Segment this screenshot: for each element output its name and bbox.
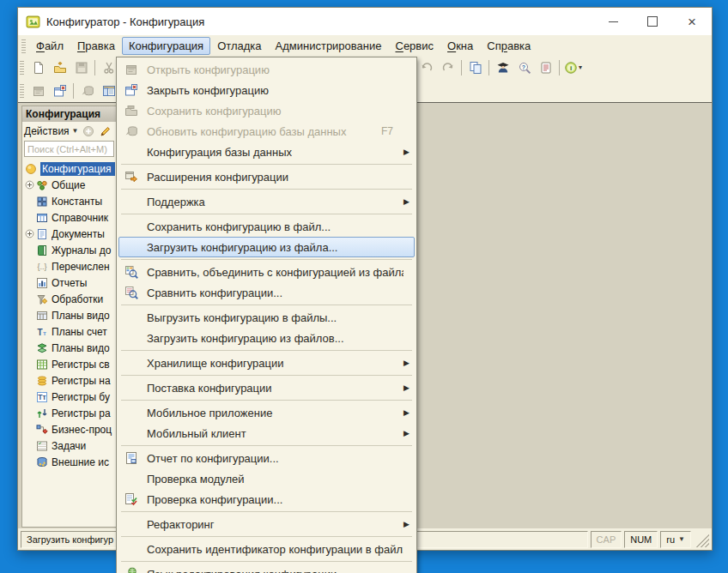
tree-item-14[interactable]: Регистры на xyxy=(22,372,116,389)
resize-grip[interactable] xyxy=(694,532,709,547)
report-icon xyxy=(121,450,142,466)
tree-item-15[interactable]: TтРегистры бу xyxy=(22,389,116,405)
toolbar-gripper[interactable] xyxy=(20,61,24,75)
expander-spacer xyxy=(25,245,36,255)
toolbar-separator xyxy=(461,60,462,75)
syntax-check-button[interactable] xyxy=(492,57,513,77)
menu-item-label: Сохранить конфигурацию xyxy=(142,105,403,118)
close-config-button[interactable] xyxy=(49,81,70,100)
menu-item-35[interactable]: ABCЯзык редактирования конфигурации... xyxy=(118,564,415,573)
tree-item-label: Регистры бу xyxy=(52,391,116,403)
syntax-help-button[interactable] xyxy=(535,57,556,77)
menubar-item-7[interactable]: Окна xyxy=(440,37,480,55)
tree-item-12[interactable]: Планы видо xyxy=(22,340,116,356)
menubar-gripper[interactable] xyxy=(21,39,26,53)
menubar-item-2[interactable]: Правка xyxy=(70,37,122,55)
cut-icon xyxy=(102,61,116,75)
menu-item-label: Сохранить конфигурацию в файл... xyxy=(142,220,403,233)
menu-item-2[interactable]: Закрыть конфигурацию xyxy=(118,80,415,100)
edit-button[interactable] xyxy=(99,124,113,138)
tree-item-19[interactable]: Внешние ис xyxy=(22,454,116,470)
info-button[interactable]: i▾ xyxy=(562,57,584,77)
expander-spacer xyxy=(25,278,36,287)
menu-item-28[interactable]: Проверка модулей xyxy=(118,468,415,489)
tree-item-13[interactable]: Регистры св xyxy=(22,356,116,372)
menu-icon-spacer xyxy=(121,516,142,532)
menu-separator xyxy=(121,536,412,537)
common-icon xyxy=(36,179,49,191)
menu-item-29[interactable]: Проверка конфигурации... xyxy=(118,489,415,510)
tree-item-label: Внешние ис xyxy=(52,456,116,468)
menu-item-7[interactable]: Расширения конфигурации xyxy=(118,166,415,187)
search-input[interactable] xyxy=(24,141,114,157)
tree-item-2[interactable]: Общие xyxy=(22,177,116,193)
tree-item-1[interactable]: Конфигурация xyxy=(22,160,116,177)
toolbar-gripper-2[interactable] xyxy=(20,84,24,98)
tree-item-11[interactable]: TтПланы счет xyxy=(22,323,116,340)
open-button[interactable] xyxy=(49,57,70,77)
tree-item-9[interactable]: Обработки xyxy=(22,291,116,307)
submenu-arrow-icon: ▶ xyxy=(403,520,412,528)
menu-item-31[interactable]: Рефакторинг▶ xyxy=(118,514,415,534)
expander-spacer xyxy=(25,392,36,401)
menu-item-12[interactable]: Загрузить конфигурацию из файла... xyxy=(118,237,415,257)
tree-item-4[interactable]: Справочник xyxy=(22,209,116,226)
tree-item-6[interactable]: Журналы до xyxy=(22,242,116,258)
copy-icon xyxy=(469,61,482,75)
svg-text:т: т xyxy=(43,329,46,336)
expand-plus-icon[interactable] xyxy=(25,180,36,190)
expander-spacer xyxy=(25,408,36,418)
menubar-item-3[interactable]: Конфигурация xyxy=(122,37,210,55)
tree-item-18[interactable]: Задачи xyxy=(22,437,116,454)
menu-item-25[interactable]: Мобильный клиент▶ xyxy=(118,423,415,443)
language-indicator[interactable]: ru▼ xyxy=(660,531,691,548)
app-icon xyxy=(26,15,40,29)
menu-item-33[interactable]: Сохранить идентификатор конфигурации в ф… xyxy=(118,539,415,559)
tree-item-5[interactable]: Документы xyxy=(22,226,116,242)
new-document-button[interactable] xyxy=(27,57,49,77)
tree-item-label: Планы видо xyxy=(52,342,116,354)
menu-item-15[interactable]: Сравнить конфигурации... xyxy=(118,282,415,303)
menu-item-label: Поддержка xyxy=(142,196,403,208)
minimize-button[interactable] xyxy=(593,8,633,35)
expand-plus-icon[interactable] xyxy=(25,229,36,238)
caps-lock-indicator: CAP xyxy=(591,531,622,548)
actions-button[interactable]: Действия xyxy=(24,125,70,137)
menu-item-17[interactable]: Выгрузить конфигурацию в файлы... xyxy=(118,307,415,328)
menubar-item-5[interactable]: Администрирование xyxy=(269,37,389,55)
metadata-tree: КонфигурацияОбщиеКонстантыСправочникДоку… xyxy=(22,159,116,527)
add-button[interactable] xyxy=(82,124,96,138)
menu-item-11[interactable]: Сохранить конфигурацию в файл... xyxy=(118,216,415,237)
tree-item-8[interactable]: Отчеты xyxy=(22,274,116,291)
svg-text:{..}: {..} xyxy=(37,262,46,271)
expander-spacer xyxy=(25,213,36,222)
menubar-item-8[interactable]: Справка xyxy=(480,37,537,55)
close-button[interactable]: × xyxy=(672,8,712,35)
tree-item-17[interactable]: Бизнес-проц xyxy=(22,421,116,437)
menubar-item-4[interactable]: Отладка xyxy=(210,37,268,55)
menu-item-9[interactable]: Поддержка▶ xyxy=(118,191,415,212)
menu-item-24[interactable]: Мобильное приложение▶ xyxy=(118,402,415,423)
menubar-item-1[interactable]: Файл xyxy=(29,37,70,55)
tree-item-16[interactable]: Регистры ра xyxy=(22,405,116,421)
menu-item-label: Обновить конфигурацию базы данных xyxy=(142,125,381,138)
maximize-button[interactable] xyxy=(633,8,672,35)
tree-item-3[interactable]: Константы xyxy=(22,193,116,209)
menu-item-27[interactable]: Отчет по конфигурации... xyxy=(118,448,415,468)
menu-separator xyxy=(121,214,412,214)
menu-item-5[interactable]: Конфигурация базы данных▶ xyxy=(118,142,415,162)
menu-item-22[interactable]: Поставка конфигурации▶ xyxy=(118,377,415,398)
copy-button[interactable] xyxy=(464,57,486,77)
tree-item-7[interactable]: {..}Перечислен xyxy=(22,258,116,274)
configuration-menu-dropdown: Открыть конфигурациюЗакрыть конфигурацию… xyxy=(116,57,417,573)
menu-item-14[interactable]: Сравнить, объединить с конфигурацией из … xyxy=(118,262,415,282)
menubar-item-6[interactable]: Сервис xyxy=(389,37,441,55)
tree-item-label: Планы видо xyxy=(52,310,116,322)
menu-separator xyxy=(121,189,412,190)
expander-spacer xyxy=(25,425,36,434)
menu-item-20[interactable]: Хранилище конфигурации▶ xyxy=(118,353,415,373)
menu-item-18[interactable]: Загрузить конфигурацию из файлов... xyxy=(118,328,415,348)
help-search-button[interactable]: ? xyxy=(513,57,535,77)
tree-item-10[interactable]: Планы видо xyxy=(22,307,116,323)
menu-icon-spacer xyxy=(121,425,142,441)
